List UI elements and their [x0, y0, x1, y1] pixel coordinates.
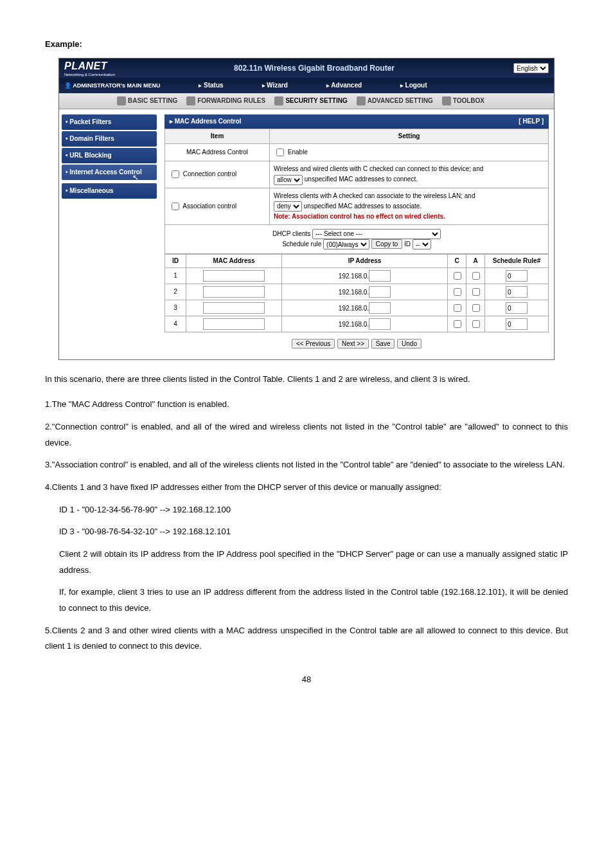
tab-advanced[interactable]: ADVANCED SETTING [357, 96, 433, 105]
copy-button[interactable]: Copy to [371, 239, 402, 249]
conn-select[interactable]: allow [274, 175, 303, 185]
sched-label: Schedule rule [282, 240, 321, 248]
tab-advanced-label: ADVANCED SETTING [368, 96, 433, 105]
language-select[interactable]: English [513, 63, 549, 73]
panel-titlebar: ▸ MAC Address Control [ HELP ] [164, 114, 549, 129]
row2-ip-prefix: 192.168.0. [339, 289, 369, 296]
list-item-5: 5.Clients 2 and 3 and other wired client… [45, 623, 568, 655]
sidebar-domain-filters[interactable]: Domain Filters [62, 131, 157, 147]
example-heading: Example: [45, 39, 568, 50]
row1-mac-input[interactable] [203, 270, 265, 282]
row3-ip-prefix: 192.168.0. [339, 305, 369, 312]
sidebar-misc[interactable]: Miscellaneous [62, 183, 157, 199]
tab-forwarding-label: FORWARDING RULES [197, 96, 265, 105]
assoc-select[interactable]: deny [274, 201, 302, 212]
list-item-4: 4.Clients 1 and 3 have fixed IP addresse… [45, 480, 568, 496]
list-item-4c: Client 2 will obtain its IP address from… [45, 547, 568, 578]
row1-id: 1 [165, 268, 186, 284]
row4-ip-prefix: 192.168.0. [339, 321, 369, 328]
row2-ip-input[interactable] [369, 286, 391, 298]
row3-mac-input[interactable] [203, 302, 265, 314]
tab-security[interactable]: SECURITY SETTING [274, 96, 348, 105]
menu-wizard[interactable]: Wizard [262, 81, 288, 90]
tab-toolbox[interactable]: TOOLBOX [442, 96, 484, 105]
connection-label: Connection control [183, 170, 236, 177]
prev-button[interactable]: << Previous [292, 339, 335, 348]
row3-id: 3 [165, 300, 186, 316]
row1-a-check[interactable] [472, 272, 480, 280]
advanced-icon [357, 96, 366, 105]
tab-forwarding[interactable]: FORWARDING RULES [186, 96, 265, 105]
toolbox-icon [442, 96, 451, 105]
copy-id-select[interactable]: -- [413, 239, 431, 249]
router-title: 802.11n Wireless Gigabit Broadband Route… [115, 63, 513, 74]
list-item-4a: ID 1 - "00-12-34-56-78-90" --> 192.168.1… [45, 502, 568, 518]
tab-bar: BASIC SETTING FORWARDING RULES SECURITY … [59, 93, 554, 109]
tab-security-label: SECURITY SETTING [285, 96, 348, 105]
menu-advanced[interactable]: Advanced [326, 81, 362, 90]
intro-paragraph: In this scenario, there are three client… [45, 372, 568, 388]
row2-a-check[interactable] [472, 288, 480, 296]
sidebar: Packet Filters Domain Filters URL Blocki… [59, 109, 159, 359]
association-checkbox[interactable] [172, 203, 179, 210]
row4-mac-input[interactable] [203, 318, 265, 330]
row4-sr-input[interactable] [506, 318, 528, 330]
table-row: 1 192.168.0. [165, 268, 549, 284]
assoc-text2: unspecified MAC addresses to associate. [304, 203, 422, 210]
row1-c-check[interactable] [454, 272, 461, 280]
row1-ip-input[interactable] [369, 270, 391, 282]
dhcp-select[interactable]: --- Select one --- [312, 229, 441, 239]
row-mac-label: MAC Address Control [165, 144, 270, 161]
tab-toolbox-label: TOOLBOX [453, 96, 484, 105]
undo-button[interactable]: Undo [397, 339, 422, 348]
row2-sr-input[interactable] [506, 286, 528, 298]
router-screenshot: PLANET Networking & Communication 802.11… [58, 58, 555, 360]
list-item-3: 3."Association control" is enabled, and … [45, 457, 568, 473]
help-link[interactable]: [ HELP ] [519, 117, 544, 126]
page-number: 48 [45, 674, 568, 685]
enable-checkbox[interactable] [276, 149, 284, 156]
dt-a: A [466, 255, 485, 268]
row2-mac-input[interactable] [203, 286, 265, 298]
sidebar-packet-filters[interactable]: Packet Filters [62, 114, 157, 130]
cursor-icon: ↖ [132, 172, 157, 183]
table-row: 3 192.168.0. [165, 300, 549, 316]
security-icon [274, 96, 283, 105]
dt-id: ID [165, 255, 186, 268]
assoc-note: Note: Association control has no effect … [274, 213, 445, 220]
th-setting: Setting [270, 129, 549, 144]
panel-title: ▸ MAC Address Control [170, 117, 241, 126]
conn-text1: Wireless and wired clients with C checke… [274, 165, 483, 172]
content-panel: ▸ MAC Address Control [ HELP ] Item Sett… [159, 109, 554, 359]
next-button[interactable]: Next >> [337, 339, 369, 348]
dt-sr: Schedule Rule# [485, 255, 549, 268]
connection-checkbox[interactable] [172, 170, 179, 178]
row1-ip-prefix: 192.168.0. [339, 273, 369, 280]
logo-subtext: Networking & Communication [64, 72, 115, 77]
table-row: 2 192.168.0. [165, 284, 549, 300]
row2-c-check[interactable] [454, 288, 461, 296]
row1-sr-input[interactable] [506, 270, 528, 282]
row3-a-check[interactable] [472, 304, 480, 312]
main-menu-label: ADMINISTRATOR's MAIN MENU [64, 82, 160, 90]
enable-label: Enable [288, 149, 308, 156]
list-item-4b: ID 3 - "00-98-76-54-32-10" --> 192.168.1… [45, 524, 568, 540]
row3-ip-input[interactable] [369, 302, 391, 314]
logo: PLANET Networking & Communication [64, 59, 115, 78]
row3-c-check[interactable] [454, 304, 461, 312]
menu-logout[interactable]: Logout [400, 81, 427, 90]
list-item-1: 1.The "MAC Address Control" function is … [45, 397, 568, 413]
sched-select[interactable]: (00)Always [323, 239, 369, 249]
settings-table: Item Setting MAC Address Control Enable [164, 129, 549, 254]
tab-basic[interactable]: BASIC SETTING [117, 96, 177, 105]
basic-icon [117, 96, 126, 105]
row4-c-check[interactable] [454, 320, 461, 328]
table-row: 4 192.168.0. [165, 316, 549, 332]
save-button[interactable]: Save [371, 339, 395, 348]
row4-a-check[interactable] [472, 320, 480, 328]
row4-ip-input[interactable] [369, 318, 391, 330]
row3-sr-input[interactable] [506, 302, 528, 314]
sidebar-url-blocking[interactable]: URL Blocking [62, 148, 157, 163]
menu-status[interactable]: Status [199, 81, 223, 90]
row2-id: 2 [165, 284, 186, 300]
